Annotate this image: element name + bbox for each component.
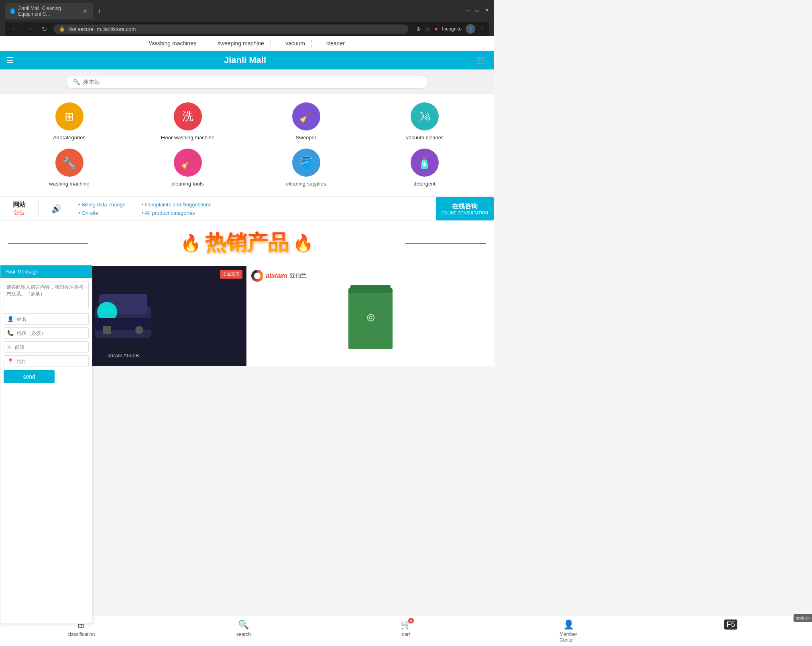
menu-icon[interactable]: ⋮ (479, 26, 485, 32)
category-washing[interactable]: 🔧washing machine (12, 149, 126, 187)
maximize-button[interactable]: □ (476, 7, 478, 13)
url-field[interactable]: 🔒 Not secure m.jianlistore.com (53, 24, 408, 34)
phone-icon: 📞 (7, 330, 14, 336)
online-consult-button[interactable]: 在线咨询 ONLINE CONSULTATION (436, 197, 494, 220)
category-icon-floor-wash: 洗 (174, 102, 202, 130)
category-icon-all: ⊞ (55, 102, 83, 130)
bookmark-icon[interactable]: ☆ (425, 26, 430, 32)
announcement-label: 网站 公告 (6, 201, 39, 216)
name-field: 👤 (4, 313, 89, 325)
sound-icon: 🔊 (45, 204, 68, 214)
security-icon: 🔒 (59, 26, 65, 32)
search-input[interactable] (83, 79, 421, 85)
site-header: ☰ Jianli Mall 🛒 (0, 51, 494, 69)
minimize-button[interactable]: ─ (466, 7, 469, 13)
announcement-col-1: Billing data change On-site (78, 202, 126, 216)
category-label-all: All Categories (53, 134, 85, 141)
category-icon-cleaning-tools: 🧹 (174, 149, 202, 177)
categories-section: ⊞All Categories洗Floor washing machine🧹Sw… (0, 94, 494, 195)
hot-banner: 🔥 热销产品 🔥 (0, 221, 494, 265)
message-box-header: Your Message — (0, 265, 92, 278)
email-icon: ✉ (7, 344, 12, 350)
browser-title-bar: Jianli Mall_Cleaning Equipment C... ✕ + … (5, 3, 489, 19)
category-floor-wash[interactable]: 洗Floor washing machine (130, 102, 245, 141)
tab-title: Jianli Mall_Cleaning Equipment C... (18, 6, 79, 17)
phone-field: 📞 (4, 327, 89, 339)
complaints-link[interactable]: Complaints and Suggestions (142, 202, 212, 208)
hot-title: 热销产品 (205, 229, 289, 257)
incognito-avatar[interactable]: 👤 (466, 24, 475, 34)
close-button[interactable]: ✕ (485, 7, 489, 13)
address-input[interactable] (17, 359, 85, 364)
top-nav-cleaner[interactable]: cleaner (320, 40, 351, 47)
category-cleaning-supplies[interactable]: 🪣cleaning supplies (249, 149, 363, 187)
flame-icon-right: 🔥 (293, 233, 313, 253)
category-sweeper[interactable]: 🧹Sweeper (249, 102, 363, 141)
message-textarea[interactable] (4, 281, 89, 309)
category-label-cleaning-tools: cleaning tools (172, 181, 204, 187)
protocol-text: Not secure (68, 26, 94, 32)
address-icon: 📍 (7, 358, 14, 364)
search-section: 🔍 (0, 69, 494, 94)
phone-input[interactable] (17, 330, 85, 336)
product-card-2[interactable]: abram 亚伯兰 ⊚ (247, 266, 494, 366)
announcement-cn-text: 网站 (13, 201, 26, 209)
message-box-minimize-button[interactable]: — (82, 269, 87, 275)
url-text: m.jianlistore.com (97, 26, 136, 32)
all-products-link[interactable]: All product categories (142, 210, 212, 216)
back-button[interactable]: ← (9, 24, 20, 33)
email-field: ✉ (4, 341, 89, 353)
category-icon-detergent: 🧴 (411, 149, 439, 177)
announcement-cn-sub: 公告 (14, 209, 25, 216)
product-logo-2: abram 亚伯兰 (251, 270, 490, 282)
product-badge-1: 公益宝贝 (220, 270, 242, 279)
tab-close-button[interactable]: ✕ (83, 8, 88, 14)
message-box: Your Message — 👤 📞 ✉ 📍 send (0, 265, 92, 366)
category-icon-vacuum: 🌬 (411, 102, 439, 130)
browser-actions: ⊕ ☆ ● Incognito 👤 ⋮ (416, 24, 485, 34)
announcement-links: Billing data change On-site Complaints a… (74, 202, 487, 216)
site-title: Jianli Mall (14, 55, 476, 65)
top-nav-strip: Washing machines sweeping machine vacuum… (0, 36, 494, 51)
new-tab-button[interactable]: + (93, 6, 106, 17)
flame-icon-left: 🔥 (180, 233, 201, 253)
category-icon-cleaning-supplies: 🪣 (292, 149, 320, 177)
address-bar: ← → ↻ 🔒 Not secure m.jianlistore.com ⊕ ☆… (5, 22, 489, 36)
product-image-2: ⊚ (251, 285, 490, 349)
address-field: 📍 (4, 355, 89, 366)
category-detergent[interactable]: 🧴detergent (367, 149, 482, 187)
name-input[interactable] (17, 316, 85, 322)
forward-button[interactable]: → (24, 24, 35, 33)
product-brand-cn: 亚伯兰 (290, 272, 307, 279)
online-consult-en: ONLINE CONSULTATION (442, 211, 488, 215)
announcements-bar: 网站 公告 🔊 Billing data change On-site Comp… (0, 196, 494, 221)
top-nav-washing-machines[interactable]: Washing machines (142, 40, 203, 47)
category-vacuum[interactable]: 🌬vacuum cleaner (367, 102, 482, 141)
category-label-washing: washing machine (49, 181, 89, 187)
category-label-vacuum: vacuum cleaner (406, 134, 443, 141)
on-site-link[interactable]: On-site (78, 210, 126, 216)
browser-tab[interactable]: Jianli Mall_Cleaning Equipment C... ✕ (5, 3, 93, 19)
translate-icon[interactable]: ⊕ (416, 26, 421, 32)
product-brand-logo-text: abram (266, 272, 287, 280)
category-all[interactable]: ⊞All Categories (12, 102, 126, 141)
window-controls: ─ □ ✕ (466, 7, 489, 15)
category-label-detergent: detergent (413, 181, 436, 187)
reload-button[interactable]: ↻ (39, 24, 49, 34)
profile-icon[interactable]: ● (434, 25, 438, 33)
billing-data-link[interactable]: Billing data change (78, 202, 126, 208)
category-cleaning-tools[interactable]: 🧹cleaning tools (130, 149, 245, 187)
cart-button[interactable]: 🛒 (476, 55, 487, 65)
category-label-cleaning-supplies: cleaning supplies (286, 181, 326, 187)
top-nav-vacuum[interactable]: vacuum (279, 40, 312, 47)
announcement-col-2: Complaints and Suggestions All product c… (142, 202, 212, 216)
category-label-sweeper: Sweeper (296, 134, 316, 141)
message-box-title: Your Message (5, 269, 39, 275)
email-input[interactable] (15, 344, 85, 350)
search-bar[interactable]: 🔍 (66, 75, 427, 89)
name-icon: 👤 (7, 316, 14, 322)
search-icon: 🔍 (73, 79, 80, 85)
hamburger-menu-button[interactable]: ☰ (6, 55, 14, 65)
category-label-floor-wash: Floor washing machine (161, 134, 215, 141)
top-nav-sweeping-machine[interactable]: sweeping machine (211, 40, 271, 47)
